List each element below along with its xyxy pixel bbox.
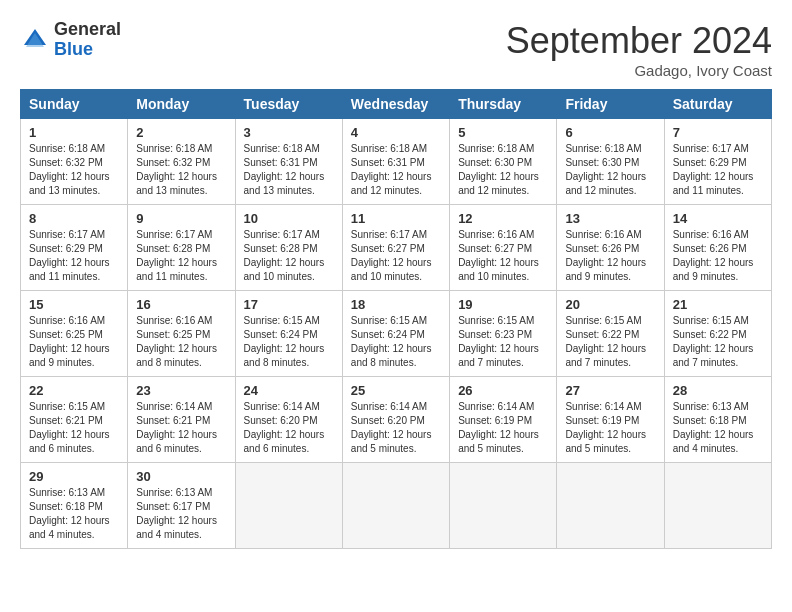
day-info: Sunrise: 6:15 AM Sunset: 6:21 PM Dayligh… [29,400,119,456]
day-number: 5 [458,125,548,140]
day-number: 2 [136,125,226,140]
calendar-week-1: 1Sunrise: 6:18 AM Sunset: 6:32 PM Daylig… [21,119,772,205]
day-number: 25 [351,383,441,398]
day-info: Sunrise: 6:13 AM Sunset: 6:18 PM Dayligh… [673,400,763,456]
day-number: 1 [29,125,119,140]
day-number: 17 [244,297,334,312]
day-info: Sunrise: 6:17 AM Sunset: 6:28 PM Dayligh… [244,228,334,284]
day-info: Sunrise: 6:14 AM Sunset: 6:19 PM Dayligh… [458,400,548,456]
calendar-day-cell: 13Sunrise: 6:16 AM Sunset: 6:26 PM Dayli… [557,205,664,291]
calendar-table: SundayMondayTuesdayWednesdayThursdayFrid… [20,89,772,549]
weekday-header-saturday: Saturday [664,90,771,119]
day-number: 18 [351,297,441,312]
day-number: 13 [565,211,655,226]
day-info: Sunrise: 6:14 AM Sunset: 6:21 PM Dayligh… [136,400,226,456]
day-number: 8 [29,211,119,226]
calendar-day-cell: 9Sunrise: 6:17 AM Sunset: 6:28 PM Daylig… [128,205,235,291]
calendar-week-3: 15Sunrise: 6:16 AM Sunset: 6:25 PM Dayli… [21,291,772,377]
day-info: Sunrise: 6:17 AM Sunset: 6:27 PM Dayligh… [351,228,441,284]
weekday-header-sunday: Sunday [21,90,128,119]
logo-general-text: General [54,20,121,40]
calendar-day-cell: 24Sunrise: 6:14 AM Sunset: 6:20 PM Dayli… [235,377,342,463]
day-info: Sunrise: 6:15 AM Sunset: 6:22 PM Dayligh… [565,314,655,370]
calendar-day-cell: 30Sunrise: 6:13 AM Sunset: 6:17 PM Dayli… [128,463,235,549]
day-number: 6 [565,125,655,140]
day-number: 26 [458,383,548,398]
calendar-day-cell [557,463,664,549]
weekday-header-tuesday: Tuesday [235,90,342,119]
calendar-day-cell: 28Sunrise: 6:13 AM Sunset: 6:18 PM Dayli… [664,377,771,463]
day-info: Sunrise: 6:16 AM Sunset: 6:25 PM Dayligh… [136,314,226,370]
day-number: 21 [673,297,763,312]
calendar-day-cell: 22Sunrise: 6:15 AM Sunset: 6:21 PM Dayli… [21,377,128,463]
day-info: Sunrise: 6:16 AM Sunset: 6:26 PM Dayligh… [565,228,655,284]
calendar-day-cell: 14Sunrise: 6:16 AM Sunset: 6:26 PM Dayli… [664,205,771,291]
calendar-day-cell: 20Sunrise: 6:15 AM Sunset: 6:22 PM Dayli… [557,291,664,377]
day-info: Sunrise: 6:17 AM Sunset: 6:29 PM Dayligh… [673,142,763,198]
day-number: 28 [673,383,763,398]
calendar-day-cell: 10Sunrise: 6:17 AM Sunset: 6:28 PM Dayli… [235,205,342,291]
calendar-day-cell: 7Sunrise: 6:17 AM Sunset: 6:29 PM Daylig… [664,119,771,205]
day-info: Sunrise: 6:17 AM Sunset: 6:28 PM Dayligh… [136,228,226,284]
calendar-day-cell: 23Sunrise: 6:14 AM Sunset: 6:21 PM Dayli… [128,377,235,463]
day-info: Sunrise: 6:16 AM Sunset: 6:27 PM Dayligh… [458,228,548,284]
location-title: Gadago, Ivory Coast [506,62,772,79]
day-info: Sunrise: 6:15 AM Sunset: 6:24 PM Dayligh… [351,314,441,370]
day-number: 10 [244,211,334,226]
day-number: 30 [136,469,226,484]
calendar-day-cell: 26Sunrise: 6:14 AM Sunset: 6:19 PM Dayli… [450,377,557,463]
weekday-header-thursday: Thursday [450,90,557,119]
calendar-day-cell: 5Sunrise: 6:18 AM Sunset: 6:30 PM Daylig… [450,119,557,205]
logo: General Blue [20,20,121,60]
calendar-day-cell [235,463,342,549]
calendar-day-cell: 15Sunrise: 6:16 AM Sunset: 6:25 PM Dayli… [21,291,128,377]
weekday-header-monday: Monday [128,90,235,119]
calendar-day-cell: 21Sunrise: 6:15 AM Sunset: 6:22 PM Dayli… [664,291,771,377]
title-area: September 2024 Gadago, Ivory Coast [506,20,772,79]
day-info: Sunrise: 6:13 AM Sunset: 6:18 PM Dayligh… [29,486,119,542]
logo-blue-text: Blue [54,40,121,60]
calendar-day-cell: 29Sunrise: 6:13 AM Sunset: 6:18 PM Dayli… [21,463,128,549]
day-number: 27 [565,383,655,398]
calendar-day-cell: 8Sunrise: 6:17 AM Sunset: 6:29 PM Daylig… [21,205,128,291]
calendar-day-cell [664,463,771,549]
calendar-week-5: 29Sunrise: 6:13 AM Sunset: 6:18 PM Dayli… [21,463,772,549]
month-title: September 2024 [506,20,772,62]
day-number: 16 [136,297,226,312]
weekday-header-friday: Friday [557,90,664,119]
calendar-day-cell: 6Sunrise: 6:18 AM Sunset: 6:30 PM Daylig… [557,119,664,205]
day-number: 7 [673,125,763,140]
day-info: Sunrise: 6:14 AM Sunset: 6:19 PM Dayligh… [565,400,655,456]
day-number: 20 [565,297,655,312]
day-number: 29 [29,469,119,484]
calendar-day-cell: 17Sunrise: 6:15 AM Sunset: 6:24 PM Dayli… [235,291,342,377]
calendar-day-cell: 1Sunrise: 6:18 AM Sunset: 6:32 PM Daylig… [21,119,128,205]
calendar-day-cell [342,463,449,549]
day-number: 15 [29,297,119,312]
day-info: Sunrise: 6:16 AM Sunset: 6:26 PM Dayligh… [673,228,763,284]
weekday-header-wednesday: Wednesday [342,90,449,119]
day-number: 19 [458,297,548,312]
header: General Blue September 2024 Gadago, Ivor… [20,20,772,79]
logo-icon [20,25,50,55]
calendar-day-cell: 12Sunrise: 6:16 AM Sunset: 6:27 PM Dayli… [450,205,557,291]
day-info: Sunrise: 6:15 AM Sunset: 6:24 PM Dayligh… [244,314,334,370]
day-number: 24 [244,383,334,398]
day-info: Sunrise: 6:14 AM Sunset: 6:20 PM Dayligh… [351,400,441,456]
day-info: Sunrise: 6:18 AM Sunset: 6:32 PM Dayligh… [136,142,226,198]
calendar-week-4: 22Sunrise: 6:15 AM Sunset: 6:21 PM Dayli… [21,377,772,463]
day-number: 14 [673,211,763,226]
day-info: Sunrise: 6:16 AM Sunset: 6:25 PM Dayligh… [29,314,119,370]
weekday-header-row: SundayMondayTuesdayWednesdayThursdayFrid… [21,90,772,119]
day-number: 9 [136,211,226,226]
day-info: Sunrise: 6:17 AM Sunset: 6:29 PM Dayligh… [29,228,119,284]
calendar-body: 1Sunrise: 6:18 AM Sunset: 6:32 PM Daylig… [21,119,772,549]
calendar-day-cell: 4Sunrise: 6:18 AM Sunset: 6:31 PM Daylig… [342,119,449,205]
day-info: Sunrise: 6:18 AM Sunset: 6:30 PM Dayligh… [458,142,548,198]
day-number: 3 [244,125,334,140]
day-number: 11 [351,211,441,226]
day-number: 23 [136,383,226,398]
day-info: Sunrise: 6:14 AM Sunset: 6:20 PM Dayligh… [244,400,334,456]
calendar-day-cell: 3Sunrise: 6:18 AM Sunset: 6:31 PM Daylig… [235,119,342,205]
day-number: 22 [29,383,119,398]
